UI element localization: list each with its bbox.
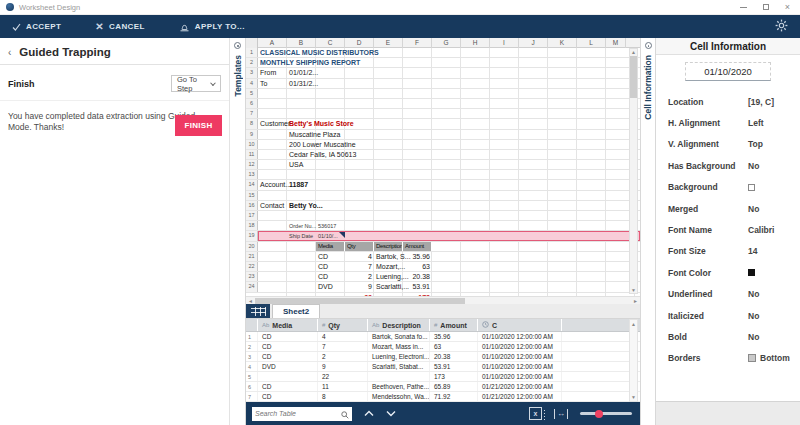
column-header[interactable]: G [432,38,461,48]
sheet-cell[interactable]: Description [374,242,403,251]
column-header[interactable]: B [287,38,316,48]
sheet-cell[interactable]: 200 Lower Muscatine [287,140,356,150]
table-cell[interactable]: 6 [246,382,258,391]
excel-export-icon[interactable]: x [529,407,542,420]
table-cell[interactable]: 2 [246,342,258,351]
pin-icon[interactable] [234,42,241,49]
table-cell[interactable]: 9 [318,362,368,371]
sheet-cell[interactable]: 7 [345,262,374,272]
sheet-cell[interactable]: Amount [403,242,432,251]
table-column-header[interactable]: #Amount [430,319,478,331]
table-row[interactable]: 3CD2Luening, Electroni...20.3801/10/2020… [246,352,640,362]
table-cell[interactable]: 2 [318,352,368,361]
sheet-cell[interactable]: 01/31/2... [287,79,318,89]
table-cell[interactable]: 22 [318,372,368,381]
table-row[interactable]: 7CD8Mendelssohn, Wa...71.9201/21/2020 12… [246,392,640,402]
sheet-cell[interactable]: 4 [345,252,374,262]
table-cell[interactable]: 20.38 [430,352,478,361]
table-column-header[interactable]: C [478,319,562,331]
sheet-cell[interactable]: 2 [345,272,374,282]
scroll-down-icon[interactable]: ▼ [631,287,636,293]
row-number[interactable]: 14 [246,180,258,189]
table-column-header[interactable]: AbDescription [368,319,430,331]
row-number[interactable]: 6 [246,99,258,108]
table-cell[interactable]: 01/10/2020 12:00:00 AM [478,332,562,341]
cell-information-tab[interactable]: Cell Information [643,55,653,120]
scroll-thumb[interactable] [630,56,637,98]
accept-button[interactable]: ACCEPT [12,22,61,31]
minimize-icon[interactable] [740,7,747,8]
table-cell[interactable]: CD [258,392,318,401]
table-cell[interactable] [368,372,430,381]
column-header[interactable]: A [258,38,287,48]
sheet-table-icon[interactable] [246,304,270,318]
table-cell[interactable]: 01/21/2020 12:00:00 AM [478,392,562,401]
table-cell[interactable]: DVD [258,362,318,371]
table-column-header[interactable]: AbMedia [258,319,318,331]
scroll-thumb[interactable] [255,298,465,304]
sheet-cell[interactable]: CD [316,252,328,262]
sheet-cell[interactable]: CD [316,262,328,272]
zoom-slider-knob[interactable] [595,410,603,418]
close-icon[interactable]: × [785,3,790,12]
apply-to-button[interactable]: APPLY TO... [179,21,245,32]
table-cell[interactable]: 4 [246,362,258,371]
table-row[interactable]: 52217301/10/2020 12:00:00 AM [246,372,640,382]
table-row[interactable]: 4DVD9Scarlatti, Stabat...53.9101/10/2020… [246,362,640,372]
table-cell[interactable]: Bartok, Sonata fo... [368,332,430,341]
pin-icon[interactable] [645,42,652,49]
select-all-corner[interactable] [246,38,258,48]
sheet-cell[interactable]: Muscatine Plaza [287,130,340,140]
row-number[interactable]: 9 [246,130,258,139]
row-number[interactable]: 15 [246,191,258,200]
table-cell[interactable]: Mendelssohn, Wa... [368,392,430,401]
table-cell[interactable]: 11 [318,382,368,391]
column-header[interactable]: M [606,38,626,48]
sheet-cell[interactable]: Qty [345,242,374,251]
table-cell[interactable]: 01/21/2020 12:00:00 AM [478,382,562,391]
sheet-cell[interactable]: CD [316,272,328,282]
row-number[interactable]: 12 [246,160,258,169]
cell-value-box[interactable]: 01/10/2020 [685,62,771,81]
row-number[interactable]: 3 [246,68,258,77]
sheet-cell[interactable]: Contact [258,201,284,211]
row-number[interactable]: 1 [246,48,258,57]
table-cell[interactable]: 173 [430,372,478,381]
table-cell[interactable]: 1 [246,332,258,341]
table-cell[interactable]: CD [258,342,318,351]
table-column-header[interactable] [246,319,258,331]
sheet-cell[interactable]: 536017 [316,221,336,231]
row-number[interactable]: 17 [246,211,258,220]
sheet-cell[interactable]: 173 [403,293,432,297]
sheet-cell[interactable]: Order Nu... [287,221,316,231]
settings-gear-icon[interactable] [775,18,788,36]
table-cell[interactable] [258,372,318,381]
table-cell[interactable]: CD [258,352,318,361]
sheet-cell[interactable]: 63 [403,262,432,272]
search-box[interactable] [252,407,352,421]
sheet-cell[interactable]: Betty's Music Store [287,119,354,129]
table-cell[interactable]: 01/10/2020 12:00:00 AM [478,362,562,371]
go-to-step-dropdown[interactable]: Go To Step [171,75,221,92]
sheet-cell[interactable]: 9 [345,282,374,292]
table-cell[interactable]: 5 [246,372,258,381]
sheet-cell[interactable]: Ship Date [287,231,313,241]
row-number[interactable]: 16 [246,201,258,210]
sheet-cell[interactable]: 11887 [287,180,308,190]
row-number[interactable]: 13 [246,170,258,179]
sheet-cell[interactable]: 22 [345,293,374,297]
find-next-icon[interactable] [386,410,396,417]
sheet-cell[interactable]: 01/10/... [316,231,338,241]
table-cell[interactable]: 01/10/2020 12:00:00 AM [478,342,562,351]
column-header[interactable]: D [345,38,374,48]
cancel-button[interactable]: ✕ CANCEL [95,22,145,32]
row-number[interactable]: 21 [246,252,258,261]
row-number[interactable]: 23 [246,272,258,281]
table-cell[interactable]: Beethoven, Pathe... [368,382,430,391]
table-row[interactable]: 6CD11Beethoven, Pathe...65.8901/21/2020 … [246,382,640,392]
table-cell[interactable]: 01/10/2020 12:00:00 AM [478,352,562,361]
color-swatch-icon[interactable] [748,269,755,276]
scroll-down-icon[interactable]: ▼ [631,394,636,400]
sheet-cell[interactable]: 20.38 [403,272,432,282]
column-header[interactable]: K [548,38,577,48]
